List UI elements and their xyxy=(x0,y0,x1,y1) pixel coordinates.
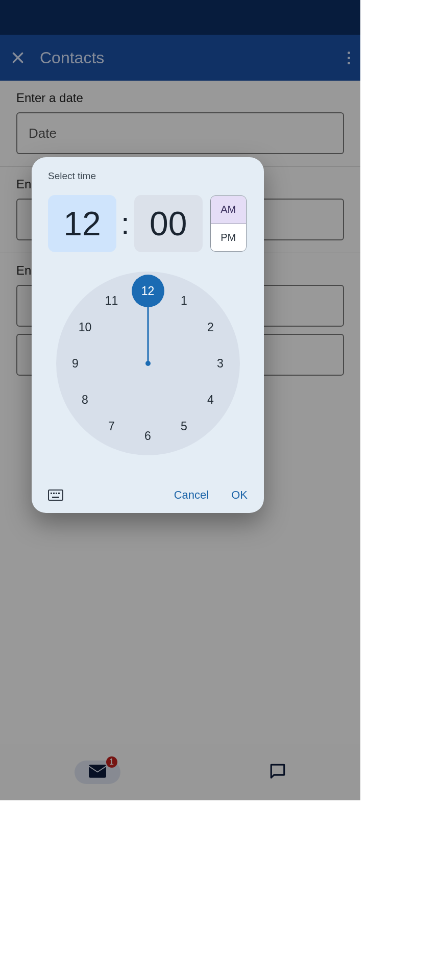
hour-8[interactable]: 8 xyxy=(82,393,88,407)
keyboard-icon[interactable] xyxy=(48,489,63,501)
time-display: 12 : 00 AM PM xyxy=(48,195,248,252)
hour-4[interactable]: 4 xyxy=(207,393,214,407)
hour-12-selected[interactable]: 12 xyxy=(132,275,164,307)
hour-6[interactable]: 6 xyxy=(144,429,151,443)
hour-7[interactable]: 7 xyxy=(108,420,115,433)
hour-10[interactable]: 10 xyxy=(79,321,92,334)
hour-3[interactable]: 3 xyxy=(217,357,224,371)
hour-9[interactable]: 9 xyxy=(72,357,79,371)
clock-face[interactable]: 12 1 2 3 4 5 6 7 8 9 10 11 xyxy=(56,272,240,455)
svg-rect-3 xyxy=(56,493,57,494)
hour-1[interactable]: 1 xyxy=(181,294,187,308)
svg-rect-4 xyxy=(58,493,60,494)
time-colon: : xyxy=(121,208,130,239)
svg-rect-2 xyxy=(53,493,55,494)
ok-button[interactable]: OK xyxy=(231,488,248,502)
hour-box[interactable]: 12 xyxy=(48,195,116,252)
svg-rect-0 xyxy=(48,490,63,500)
time-picker-dialog: Select time 12 : 00 AM PM 12 1 2 3 4 5 6… xyxy=(32,157,264,513)
am-button[interactable]: AM xyxy=(211,196,246,224)
hour-2[interactable]: 2 xyxy=(207,321,214,334)
pm-button[interactable]: PM xyxy=(211,224,246,252)
svg-rect-5 xyxy=(52,497,59,498)
dialog-actions: Cancel OK xyxy=(48,488,248,502)
hour-5[interactable]: 5 xyxy=(181,420,187,433)
cancel-button[interactable]: Cancel xyxy=(174,488,209,502)
hour-11[interactable]: 11 xyxy=(105,294,118,308)
dialog-title: Select time xyxy=(48,170,248,182)
minute-box[interactable]: 00 xyxy=(134,195,203,252)
svg-rect-1 xyxy=(51,493,52,494)
ampm-toggle: AM PM xyxy=(210,195,247,252)
clock-center xyxy=(145,361,151,366)
